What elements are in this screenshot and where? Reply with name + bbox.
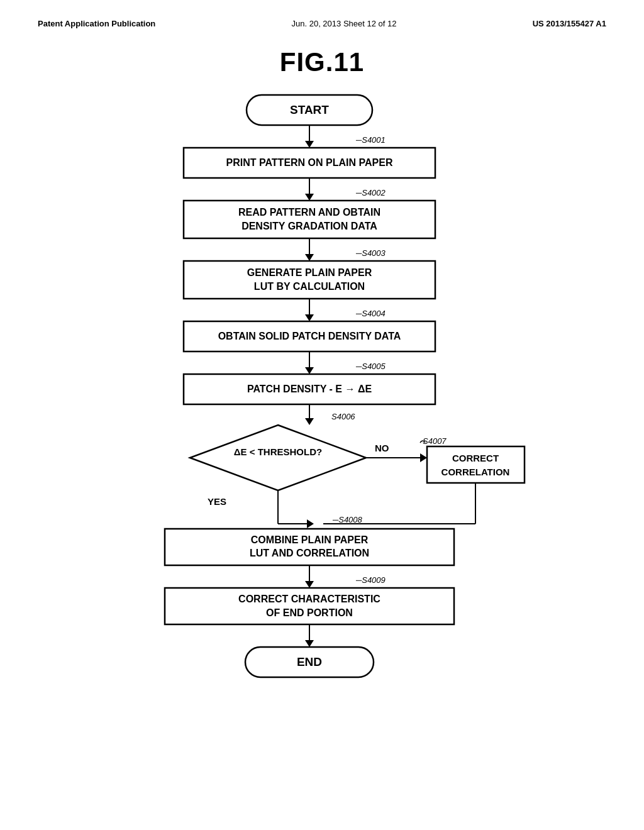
flowchart-diagram-overlay: START ─S4001 PRINT PATTERN ON PLAIN PAPE… <box>102 84 542 763</box>
svg-text:GENERATE PLAIN PAPER: GENERATE PLAIN PAPER <box>247 267 372 278</box>
svg-text:PATCH DENSITY - E → ΔE: PATCH DENSITY - E → ΔE <box>247 384 372 394</box>
svg-text:PRINT PATTERN ON PLAIN PAPER: PRINT PATTERN ON PLAIN PAPER <box>226 157 393 168</box>
header-patent-number: US 2013/155427 A1 <box>533 19 606 28</box>
svg-text:OBTAIN SOLID PATCH DENSITY DAT: OBTAIN SOLID PATCH DENSITY DATA <box>218 331 401 341</box>
svg-text:LUT AND CORRELATION: LUT AND CORRELATION <box>250 548 369 558</box>
svg-text:─S4009: ─S4009 <box>355 575 386 585</box>
svg-text:OF END PORTION: OF END PORTION <box>266 607 353 618</box>
svg-text:CORRECT: CORRECT <box>452 453 499 463</box>
header-date-sheet: Jun. 20, 2013 Sheet 12 of 12 <box>292 19 397 28</box>
svg-text:─S4005: ─S4005 <box>355 362 386 371</box>
svg-text:DENSITY GRADATION DATA: DENSITY GRADATION DATA <box>242 221 377 231</box>
header-publication-label: Patent Application Publication <box>38 19 155 28</box>
svg-text:S4007: S4007 <box>423 436 447 446</box>
svg-text:START: START <box>290 103 329 116</box>
svg-text:CORRELATION: CORRELATION <box>441 467 510 477</box>
svg-text:YES: YES <box>208 496 226 507</box>
svg-text:─S4002: ─S4002 <box>355 188 386 197</box>
svg-text:LUT BY CALCULATION: LUT BY CALCULATION <box>254 281 365 292</box>
svg-text:COMBINE PLAIN PAPER: COMBINE PLAIN PAPER <box>251 534 369 545</box>
svg-rect-53 <box>184 261 435 299</box>
svg-text:ΔE < THRESHOLD?: ΔE < THRESHOLD? <box>234 446 322 457</box>
svg-rect-80 <box>427 446 525 483</box>
svg-text:─S4004: ─S4004 <box>355 309 386 318</box>
svg-text:─S4003: ─S4003 <box>355 248 386 258</box>
svg-text:NO: NO <box>375 443 389 453</box>
figure-title: FIG.11 <box>38 47 606 77</box>
svg-text:CORRECT CHARACTERISTIC: CORRECT CHARACTERISTIC <box>238 594 380 604</box>
svg-text:READ PATTERN AND OBTAIN: READ PATTERN AND OBTAIN <box>238 207 380 218</box>
page: Patent Application Publication Jun. 20, … <box>0 0 644 830</box>
svg-text:─S4001: ─S4001 <box>355 135 386 145</box>
svg-text:─S4008: ─S4008 <box>332 515 363 524</box>
header: Patent Application Publication Jun. 20, … <box>38 19 606 28</box>
svg-rect-47 <box>184 201 435 238</box>
svg-text:S4006: S4006 <box>331 412 355 421</box>
svg-text:END: END <box>297 655 322 668</box>
